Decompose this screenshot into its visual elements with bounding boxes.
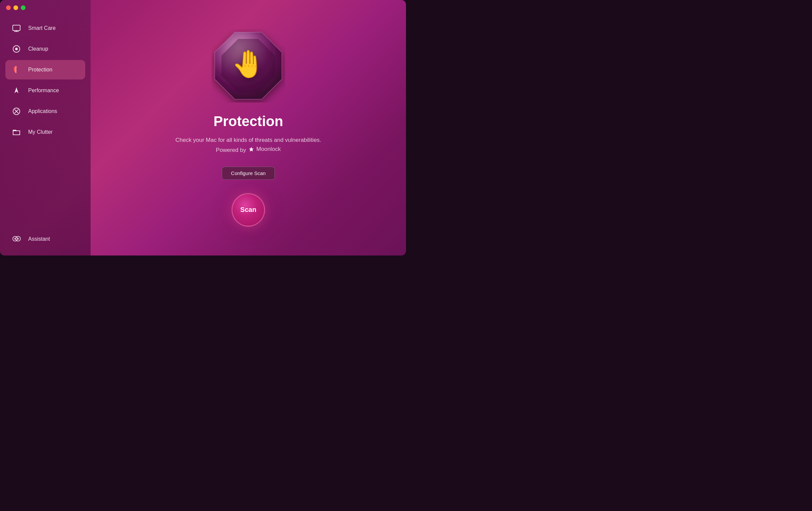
protection-icon-container: 🤚 [211, 29, 285, 102]
sidebar-nav: Smart Care Cleanup [0, 19, 91, 228]
page-title: Protection [213, 113, 283, 129]
close-button[interactable] [6, 5, 11, 10]
sidebar: Smart Care Cleanup [0, 0, 91, 256]
svg-point-12 [17, 238, 19, 240]
sidebar-item-performance[interactable]: Performance [5, 81, 85, 100]
sidebar-item-my-clutter-label: My Clutter [28, 129, 53, 135]
performance-icon [11, 85, 22, 96]
sidebar-bottom: Assistant [0, 228, 91, 249]
sidebar-item-cleanup-label: Cleanup [28, 46, 48, 52]
traffic-lights [6, 5, 26, 10]
description-line1: Check your Mac for all kinds of threats … [175, 137, 321, 143]
minimize-button[interactable] [13, 5, 18, 10]
svg-marker-5 [14, 87, 19, 93]
sidebar-item-assistant-label: Assistant [28, 236, 50, 242]
maximize-button[interactable] [21, 5, 26, 10]
protection-icon [11, 64, 22, 76]
main-content: 🤚 Protection Check your Mac for all kind… [91, 0, 406, 256]
svg-rect-0 [13, 25, 20, 31]
powered-by-text: Powered by [216, 147, 246, 153]
sidebar-item-protection[interactable]: Protection [5, 60, 85, 80]
sidebar-item-my-clutter[interactable]: My Clutter [5, 122, 85, 142]
applications-icon [11, 106, 22, 117]
smart-care-icon [11, 23, 22, 34]
sidebar-item-cleanup[interactable]: Cleanup [5, 39, 85, 59]
hand-icon: 🤚 [232, 48, 265, 80]
assistant-icon [11, 233, 22, 245]
scan-button[interactable]: Scan [232, 193, 265, 227]
sidebar-item-protection-label: Protection [28, 67, 52, 73]
sidebar-item-performance-label: Performance [28, 88, 59, 94]
sidebar-item-applications-label: Applications [28, 108, 57, 114]
sidebar-item-assistant[interactable]: Assistant [5, 229, 85, 249]
svg-point-4 [15, 48, 18, 50]
protection-octagon: 🤚 [211, 29, 285, 102]
configure-scan-button[interactable]: Configure Scan [222, 167, 274, 180]
cleanup-icon [11, 43, 22, 55]
svg-point-11 [14, 238, 16, 240]
app-window: Smart Care Cleanup [0, 0, 406, 256]
moonlock-logo: Moonlock [248, 145, 281, 154]
page-description: Check your Mac for all kinds of threats … [175, 136, 321, 155]
my-clutter-icon [11, 126, 22, 138]
sidebar-item-applications[interactable]: Applications [5, 101, 85, 121]
sidebar-item-smart-care-label: Smart Care [28, 25, 56, 31]
sidebar-item-smart-care[interactable]: Smart Care [5, 19, 85, 38]
moonlock-name: Moonlock [256, 145, 281, 154]
